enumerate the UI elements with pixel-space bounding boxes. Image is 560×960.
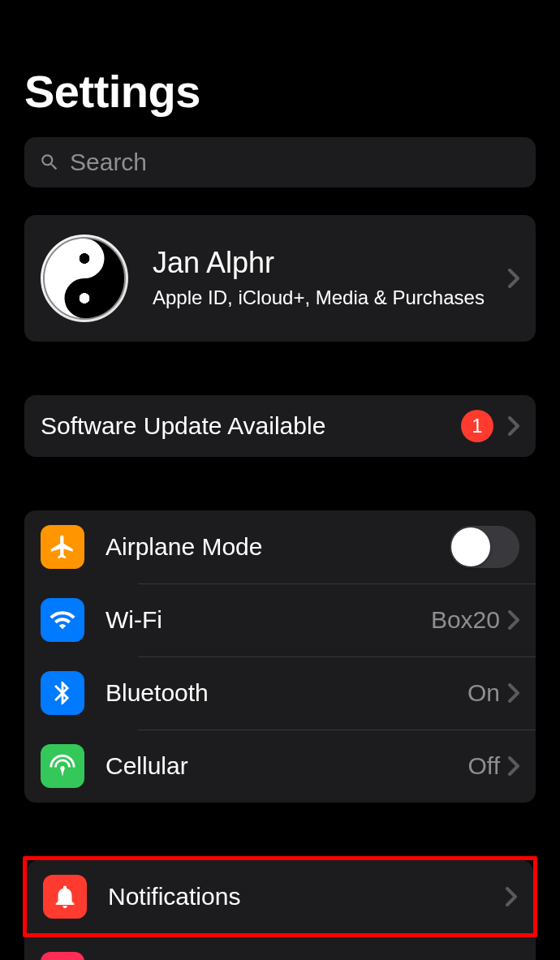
search-icon	[39, 152, 60, 173]
yinyang-icon	[43, 237, 126, 320]
notifications-row[interactable]: Notifications	[27, 860, 533, 933]
sounds-icon	[41, 952, 84, 960]
avatar	[41, 235, 128, 322]
page-title: Settings	[24, 65, 536, 118]
bluetooth-icon	[41, 671, 84, 715]
toggle-knob	[451, 527, 490, 566]
search-input[interactable]: Search	[24, 137, 536, 187]
search-placeholder: Search	[70, 149, 147, 176]
bluetooth-label: Bluetooth	[106, 679, 467, 707]
cellular-value: Off	[468, 752, 500, 780]
apple-id-row[interactable]: Jan Alphr Apple ID, iCloud+, Media & Pur…	[24, 215, 536, 342]
notifications-icon	[43, 875, 87, 919]
profile-name: Jan Alphr	[153, 246, 508, 280]
bluetooth-value: On	[467, 679, 500, 707]
wifi-row[interactable]: Wi-Fi Box20	[24, 583, 536, 657]
airplane-mode-label: Airplane Mode	[106, 533, 450, 561]
chevron-right-icon	[508, 756, 519, 776]
software-update-row[interactable]: Software Update Available 1	[24, 395, 536, 457]
airplane-icon	[41, 525, 84, 569]
airplane-mode-toggle[interactable]	[450, 526, 519, 568]
chevron-right-icon	[508, 416, 519, 436]
notifications-label: Notifications	[108, 883, 506, 910]
wifi-value: Box20	[431, 606, 500, 634]
cellular-row[interactable]: Cellular Off	[24, 730, 536, 803]
chevron-right-icon	[508, 683, 519, 703]
cellular-label: Cellular	[106, 752, 468, 780]
wifi-icon	[41, 598, 84, 642]
airplane-mode-row[interactable]: Airplane Mode	[24, 510, 536, 583]
software-update-label: Software Update Available	[41, 412, 461, 440]
chevron-right-icon	[508, 610, 519, 630]
cellular-icon	[41, 744, 84, 788]
chevron-right-icon	[508, 269, 519, 288]
bluetooth-row[interactable]: Bluetooth On	[24, 657, 536, 730]
sounds-haptics-row[interactable]: Sounds & Haptics	[24, 937, 536, 960]
profile-subtitle: Apple ID, iCloud+, Media & Purchases	[153, 285, 508, 310]
chevron-right-icon	[506, 887, 517, 906]
highlight-annotation: Notifications	[23, 856, 537, 937]
update-badge: 1	[461, 410, 493, 442]
wifi-label: Wi-Fi	[106, 606, 431, 634]
